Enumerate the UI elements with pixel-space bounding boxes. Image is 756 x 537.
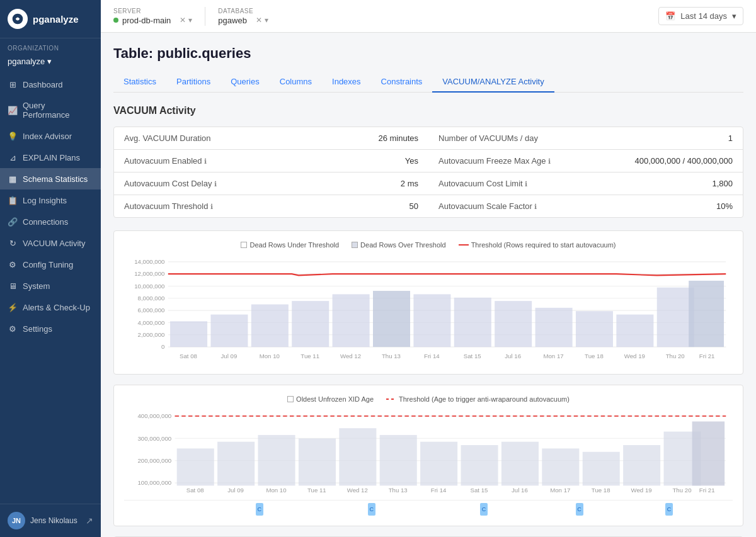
org-name[interactable]: pganalyze ▾ <box>0 54 101 71</box>
filter-icon: ⊿ <box>8 152 18 162</box>
stat-scale-factor: Autovacuum Scale Factor ℹ 10% <box>428 195 743 217</box>
tab-statistics[interactable]: Statistics <box>113 72 166 93</box>
svg-rect-18 <box>210 315 248 348</box>
nav: ⊞ Dashboard 📈 Query Performance 💡 Index … <box>0 71 101 504</box>
timeline-marker-1[interactable]: C <box>256 503 263 516</box>
stat-freeze-max-age: Autovacuum Freeze Max Age ℹ 400,000,000 … <box>428 150 743 172</box>
sidebar-item-alerts[interactable]: ⚡ Alerts & Check-Up <box>0 297 101 318</box>
info-icon[interactable]: ℹ <box>548 157 551 165</box>
tab-partitions[interactable]: Partitions <box>166 72 220 93</box>
sidebar-item-config-tuning[interactable]: ⚙ Config Tuning <box>0 254 101 275</box>
avatar: JN <box>8 512 25 529</box>
svg-text:100,000,000: 100,000,000 <box>138 479 172 486</box>
sidebar-item-system[interactable]: 🖥 System <box>0 275 101 297</box>
sidebar-item-label: EXPLAIN Plans <box>23 153 80 162</box>
stat-cost-delay: Autovacuum Cost Delay ℹ 2 ms <box>114 172 428 195</box>
svg-text:Thu 13: Thu 13 <box>389 487 408 494</box>
timeline-marker-5[interactable]: C <box>665 503 673 516</box>
svg-text:6,000,000: 6,000,000 <box>138 307 165 314</box>
close-icon[interactable]: ✕ <box>256 16 262 25</box>
sidebar-item-dashboard[interactable]: ⊞ Dashboard <box>0 74 101 95</box>
sidebar-item-settings[interactable]: ⚙ Settings <box>0 318 101 339</box>
tab-indexes[interactable]: Indexes <box>322 72 371 93</box>
server-select[interactable]: Server prod-db-main ✕ ▾ <box>113 8 192 25</box>
external-link-icon[interactable]: ↗ <box>86 516 93 526</box>
chart1-svg: 14,000,000 12,000,000 10,000,000 8,000,0… <box>124 254 733 362</box>
svg-text:Tue 11: Tue 11 <box>301 353 319 359</box>
db-select[interactable]: Database pgaweb ✕ ▾ <box>218 8 268 25</box>
sidebar-item-index-advisor[interactable]: 💡 Index Advisor <box>0 125 101 147</box>
svg-rect-29 <box>657 288 694 347</box>
svg-rect-60 <box>461 445 498 485</box>
svg-text:Jul 16: Jul 16 <box>505 353 521 359</box>
info-icon[interactable]: ℹ <box>214 180 217 188</box>
svg-rect-53 <box>177 448 214 485</box>
svg-rect-20 <box>292 301 329 347</box>
svg-text:Jul 16: Jul 16 <box>512 487 528 494</box>
bell-icon: ⚡ <box>8 302 18 312</box>
legend-threshold: Threshold (Rows required to start autova… <box>459 241 616 249</box>
svg-text:Mon 10: Mon 10 <box>266 487 286 494</box>
close-icon[interactable]: ✕ <box>180 16 186 25</box>
tab-constraints[interactable]: Constraints <box>371 72 433 93</box>
link-icon: 🔗 <box>8 217 18 227</box>
sidebar-item-label: Settings <box>23 324 52 334</box>
date-range-picker[interactable]: 📅 Last 14 days ▾ <box>658 7 743 25</box>
stat-threshold: Autovacuum Threshold ℹ 50 <box>114 195 428 217</box>
info-icon[interactable]: ℹ <box>534 203 537 210</box>
db-select-actions[interactable]: ✕ ▾ <box>256 16 268 25</box>
chart-line-icon: 📈 <box>8 105 18 115</box>
info-icon[interactable]: ℹ <box>525 180 527 188</box>
timeline-marker-2[interactable]: C <box>368 503 375 516</box>
chart1-legend: Dead Rows Under Threshold Dead Rows Over… <box>124 241 733 249</box>
svg-text:12,000,000: 12,000,000 <box>134 270 164 277</box>
chevron-down-icon: ▾ <box>47 57 52 66</box>
timeline-marker-3[interactable]: C <box>480 503 488 516</box>
user-name: Jens Nikolaus <box>30 516 81 525</box>
stats-grid: Avg. VACUUM Duration 26 minutes Number o… <box>113 127 743 218</box>
legend-box-over <box>352 242 358 248</box>
chevron-down-icon[interactable]: ▾ <box>188 16 192 25</box>
sidebar-item-label: Config Tuning <box>23 260 73 269</box>
sliders-icon: ⚙ <box>8 259 18 269</box>
monitor-icon: 🖥 <box>8 281 18 291</box>
svg-rect-59 <box>420 441 457 485</box>
sidebar-item-vacuum-activity[interactable]: ↻ VACUUM Activity <box>0 232 101 254</box>
svg-text:Wed 12: Wed 12 <box>340 353 361 359</box>
timeline-marker-4[interactable]: C <box>576 503 583 516</box>
page-content: Table: public.queries Statistics Partiti… <box>101 33 756 537</box>
sidebar-item-query-performance[interactable]: 📈 Query Performance <box>0 95 101 125</box>
stat-num-vacuums-label: Number of VACUUMs / day 1 <box>428 127 743 150</box>
svg-text:4,000,000: 4,000,000 <box>138 319 165 326</box>
sidebar-item-label: Log Insights <box>23 196 67 205</box>
legend-box-under <box>241 242 247 248</box>
tab-columns[interactable]: Columns <box>270 72 322 93</box>
sidebar-item-log-insights[interactable]: 📋 Log Insights <box>0 189 101 211</box>
svg-rect-26 <box>536 308 573 347</box>
stat-cost-limit: Autovacuum Cost Limit ℹ 1,800 <box>428 172 743 195</box>
svg-rect-64 <box>623 445 660 485</box>
svg-rect-56 <box>299 438 336 485</box>
info-icon[interactable]: ℹ <box>210 203 213 210</box>
server-select-actions[interactable]: ✕ ▾ <box>180 16 192 25</box>
svg-text:Thu 20: Thu 20 <box>672 487 691 494</box>
page-tabs: Statistics Partitions Queries Columns In… <box>113 72 743 93</box>
tab-vacuum-analyze[interactable]: VACUUM/ANALYZE Activity <box>432 72 554 93</box>
chevron-down-icon[interactable]: ▾ <box>265 16 268 25</box>
calendar-icon: 📅 <box>665 11 675 21</box>
legend-under: Dead Rows Under Threshold <box>241 241 339 249</box>
sidebar-item-connections[interactable]: 🔗 Connections <box>0 211 101 232</box>
svg-text:Mon 17: Mon 17 <box>543 353 563 359</box>
lightbulb-icon: 💡 <box>8 131 18 141</box>
sidebar-item-label: Alerts & Check-Up <box>23 303 90 312</box>
info-icon[interactable]: ℹ <box>204 157 207 165</box>
sidebar-item-schema-statistics[interactable]: ▦ Schema Statistics <box>0 168 101 189</box>
svg-text:8,000,000: 8,000,000 <box>138 295 165 302</box>
tab-queries[interactable]: Queries <box>220 72 270 93</box>
sidebar-item-explain-plans[interactable]: ⊿ EXPLAIN Plans <box>0 147 101 168</box>
sidebar-item-label: Schema Statistics <box>23 174 88 184</box>
xid-age-chart: Oldest Unfrozen XID Age Threshold (Age t… <box>113 385 743 527</box>
sidebar-item-label: Connections <box>23 217 68 227</box>
svg-text:Fri 14: Fri 14 <box>431 487 447 494</box>
chevron-down-icon: ▾ <box>732 11 736 21</box>
